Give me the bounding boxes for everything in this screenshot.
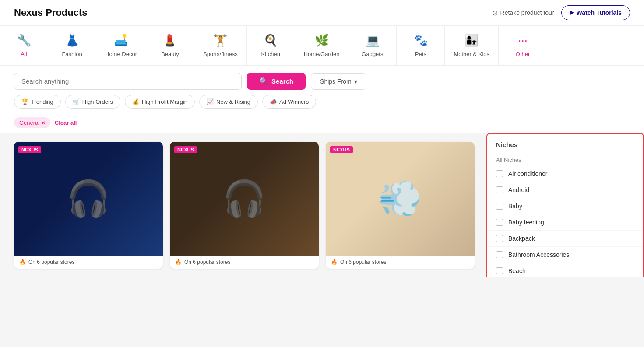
chip-label-high-orders: High Orders bbox=[82, 98, 113, 105]
niche-checkbox-3[interactable] bbox=[496, 219, 503, 226]
category-item-beauty[interactable]: 💄Beauty bbox=[146, 26, 194, 65]
fire-icon-0: 🔥 bbox=[19, 259, 26, 265]
niches-list: Air conditionerAndroidBabyBaby feedingBa… bbox=[487, 166, 643, 277]
niche-label-6: Beach bbox=[508, 267, 526, 274]
category-label-mother-kids: Mother & Kids bbox=[454, 51, 489, 57]
category-item-fashion[interactable]: 👗Fashion bbox=[48, 26, 96, 65]
category-label-pets: Pets bbox=[415, 51, 426, 57]
active-filters-bar: General×Clear all bbox=[0, 114, 644, 133]
fire-icon-2: 🔥 bbox=[331, 259, 338, 265]
header: Nexus Products ⊙ Retake product tour Wat… bbox=[0, 0, 644, 26]
category-item-sports-fitness[interactable]: 🏋️Sports/fitness bbox=[194, 26, 247, 65]
filter-chip-high-orders[interactable]: 🛒High Orders bbox=[65, 95, 120, 109]
header-actions: ⊙ Retake product tour Watch Tutorials bbox=[492, 5, 630, 20]
search-icon: 🔍 bbox=[259, 77, 268, 85]
categories-bar: 🔧All👗Fashion🛋️Home Decor💄Beauty🏋️Sports/… bbox=[0, 26, 644, 66]
chip-icon-high-profit: 💰 bbox=[132, 98, 139, 105]
niche-item-0[interactable]: Air conditioner bbox=[487, 166, 643, 182]
category-item-mother-kids[interactable]: 👩‍👧Mother & Kids bbox=[445, 26, 499, 65]
product-card-1[interactable]: NEXUS🔥On 6 popular stores bbox=[170, 142, 319, 269]
clear-all-button[interactable]: Clear all bbox=[55, 119, 77, 126]
search-input[interactable] bbox=[14, 73, 242, 90]
category-icon-pets: 🐾 bbox=[414, 34, 428, 47]
watch-tutorials-button[interactable]: Watch Tutorials bbox=[561, 5, 630, 20]
category-label-sports-fitness: Sports/fitness bbox=[203, 51, 238, 57]
app-title: Nexus Products bbox=[14, 7, 88, 18]
niche-label-0: Air conditioner bbox=[508, 170, 548, 177]
watch-tutorials-label: Watch Tutorials bbox=[577, 9, 622, 16]
niches-dropdown: Niches All Niches Air conditionerAndroid… bbox=[486, 133, 644, 277]
niche-item-3[interactable]: Baby feeding bbox=[487, 214, 643, 231]
niche-label-2: Baby bbox=[508, 203, 522, 210]
category-label-beauty: Beauty bbox=[161, 51, 179, 57]
product-image-0: NEXUS bbox=[14, 142, 163, 256]
category-icon-sports-fitness: 🏋️ bbox=[213, 34, 227, 47]
product-image-2: NEXUS bbox=[326, 142, 475, 256]
niche-checkbox-4[interactable] bbox=[496, 235, 503, 242]
chip-icon-new-rising: 📈 bbox=[207, 98, 214, 105]
ships-from-button[interactable]: Ships From ▾ bbox=[311, 73, 366, 90]
niche-item-5[interactable]: Bathroom Accessories bbox=[487, 247, 643, 263]
niche-checkbox-1[interactable] bbox=[496, 186, 503, 193]
chip-label-ad-winners: Ad Winners bbox=[279, 98, 309, 105]
category-item-home-decor[interactable]: 🛋️Home Decor bbox=[96, 26, 146, 65]
search-row: 🔍 Search Ships From ▾ bbox=[14, 73, 630, 90]
active-filter-label: General bbox=[19, 119, 39, 126]
category-icon-all: 🔧 bbox=[17, 34, 31, 47]
category-label-home-decor: Home Decor bbox=[105, 51, 137, 57]
filter-chip-high-profit[interactable]: 💰High Profit Margin bbox=[125, 95, 195, 109]
niche-label-4: Backpack bbox=[508, 235, 535, 242]
filter-chip-ad-winners[interactable]: 📣Ad Winners bbox=[262, 95, 316, 109]
niche-checkbox-5[interactable] bbox=[496, 251, 503, 258]
active-filter-tag: General× bbox=[14, 117, 50, 128]
category-item-pets[interactable]: 🐾Pets bbox=[397, 26, 445, 65]
retake-icon: ⊙ bbox=[492, 9, 498, 17]
fire-icon-1: 🔥 bbox=[175, 259, 182, 265]
niche-item-4[interactable]: Backpack bbox=[487, 231, 643, 247]
niche-item-1[interactable]: Android bbox=[487, 182, 643, 198]
category-label-gadgets: Gadgets bbox=[362, 51, 383, 57]
remove-filter-icon[interactable]: × bbox=[42, 119, 45, 126]
category-label-all: All bbox=[21, 51, 27, 57]
chip-label-trending: Trending bbox=[31, 98, 53, 105]
search-section: 🔍 Search Ships From ▾ 🏆Trending🛒High Ord… bbox=[0, 66, 644, 114]
category-icon-kitchen: 🍳 bbox=[264, 34, 278, 47]
product-card-2[interactable]: NEXUS🔥On 6 popular stores bbox=[326, 142, 475, 269]
product-footer-text-0: On 6 popular stores bbox=[28, 259, 74, 265]
category-icon-other: ··· bbox=[518, 34, 528, 47]
niche-item-2[interactable]: Baby bbox=[487, 198, 643, 214]
product-footer-1: 🔥On 6 popular stores bbox=[170, 256, 319, 269]
niche-label-5: Bathroom Accessories bbox=[508, 251, 569, 258]
category-item-kitchen[interactable]: 🍳Kitchen bbox=[247, 26, 295, 65]
niche-item-6[interactable]: Beach bbox=[487, 263, 643, 277]
product-footer-text-1: On 6 popular stores bbox=[184, 259, 230, 265]
retake-tour-button[interactable]: ⊙ Retake product tour bbox=[492, 9, 554, 17]
product-footer-2: 🔥On 6 popular stores bbox=[326, 256, 475, 269]
category-label-fashion: Fashion bbox=[62, 51, 82, 57]
product-card-0[interactable]: NEXUS🔥On 6 popular stores bbox=[14, 142, 163, 269]
niche-checkbox-0[interactable] bbox=[496, 170, 503, 177]
category-label-kitchen: Kitchen bbox=[261, 51, 280, 57]
category-label-home-garden: Home/Garden bbox=[304, 51, 340, 57]
category-item-all[interactable]: 🔧All bbox=[0, 26, 48, 65]
niche-label-3: Baby feeding bbox=[508, 219, 544, 226]
main-content: NEXUS🔥On 6 popular storesNEXUS🔥On 6 popu… bbox=[0, 133, 644, 277]
product-badge-0: NEXUS bbox=[18, 146, 41, 153]
niche-checkbox-6[interactable] bbox=[496, 267, 503, 274]
chip-icon-high-orders: 🛒 bbox=[73, 98, 80, 105]
chip-label-high-profit: High Profit Margin bbox=[142, 98, 187, 105]
search-button[interactable]: 🔍 Search bbox=[247, 73, 306, 90]
category-icon-mother-kids: 👩‍👧 bbox=[465, 34, 479, 47]
category-icon-fashion: 👗 bbox=[65, 34, 79, 47]
niche-label-1: Android bbox=[508, 186, 529, 193]
category-label-other: Other bbox=[516, 51, 530, 57]
category-item-other[interactable]: ···Other bbox=[499, 26, 547, 65]
niches-header: Niches bbox=[487, 134, 643, 152]
category-item-gadgets[interactable]: 💻Gadgets bbox=[348, 26, 397, 65]
category-item-home-garden[interactable]: 🌿Home/Garden bbox=[295, 26, 349, 65]
filter-chip-trending[interactable]: 🏆Trending bbox=[14, 95, 61, 109]
niche-checkbox-2[interactable] bbox=[496, 203, 503, 210]
chip-label-new-rising: New & Rising bbox=[216, 98, 250, 105]
filter-chip-new-rising[interactable]: 📈New & Rising bbox=[199, 95, 258, 109]
filter-chips: 🏆Trending🛒High Orders💰High Profit Margin… bbox=[14, 95, 630, 114]
